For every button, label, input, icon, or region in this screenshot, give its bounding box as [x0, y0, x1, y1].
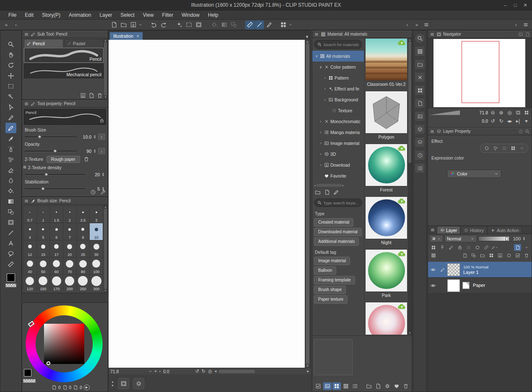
restore-defaults-icon[interactable] [90, 189, 96, 195]
reset-rotation-icon[interactable]: ◂▸ [506, 118, 513, 124]
effect-chevron-icon[interactable] [518, 145, 525, 152]
tree-horizontal-scrollbar[interactable]: ◂▸ [314, 183, 362, 188]
brush-size-cell[interactable]: 1.5 [50, 206, 63, 223]
edit-tag-icon[interactable] [333, 189, 339, 195]
clip-to-layer-below-icon[interactable] [430, 244, 437, 251]
material-thumbnail-partial[interactable] [364, 302, 408, 335]
tool-property-header[interactable]: Tool property: Pencil [22, 100, 108, 108]
brush-size-slider[interactable] [25, 134, 77, 139]
brush-size-cell[interactable]: 5 [37, 223, 50, 240]
tag-paper-texture[interactable]: Paper texture [314, 295, 348, 304]
menu-select[interactable]: Select [116, 11, 138, 19]
view-single-icon[interactable] [323, 382, 332, 390]
view-small-grid-icon[interactable] [342, 382, 350, 390]
blend-tool[interactable] [5, 175, 16, 186]
density-stepper[interactable]: ▲▼ [101, 173, 105, 177]
canvas-horizontal-scrollbar[interactable] [219, 370, 255, 373]
frame-border-tool[interactable] [5, 217, 16, 227]
subtool-tab-pencil[interactable]: Pencil [24, 39, 63, 47]
collapsed-palette-button[interactable] [415, 98, 425, 108]
subview-tab-icon[interactable] [518, 32, 523, 37]
airbrush-tool[interactable] [5, 144, 16, 154]
color-wheel[interactable] [25, 304, 104, 383]
duplicate-layer-icon[interactable] [488, 252, 495, 259]
current-color-swatch[interactable] [24, 369, 31, 377]
delete-subtool-icon[interactable] [97, 93, 103, 98]
layer-color-icon[interactable] [514, 244, 521, 251]
scroll-right-icon[interactable]: ▸ [307, 369, 309, 373]
lock-transparent-pixels-icon[interactable] [465, 244, 472, 251]
tag-created-material[interactable]: Created material [314, 218, 353, 227]
panel-menu-icon[interactable] [24, 32, 29, 37]
selection-tool[interactable] [5, 81, 16, 91]
fill-button[interactable] [210, 21, 219, 29]
brush-size-cell[interactable]: 6 [50, 223, 63, 240]
gradient-button[interactable] [220, 21, 229, 29]
actual-size-icon[interactable]: ◎ [506, 109, 513, 116]
menu-help[interactable]: Help [204, 11, 223, 19]
open-file-button[interactable] [119, 21, 128, 29]
enable-mask-icon[interactable] [474, 244, 481, 251]
border-effect-icon[interactable] [483, 145, 490, 152]
flip-vertical-icon[interactable]: ▾ [523, 118, 530, 124]
material-tree-item-texture[interactable]: Texture [312, 105, 364, 116]
flip-horizontal-icon[interactable]: ▸| [514, 118, 522, 124]
fit-to-area-icon[interactable] [523, 109, 530, 116]
tag-balloon[interactable]: Balloon [314, 266, 336, 275]
opacity-stepper[interactable]: ▲▼ [93, 149, 97, 153]
layer-opacity-stepper[interactable]: ▲▼ [522, 237, 526, 241]
scroll-left-icon[interactable]: ◂ [314, 184, 316, 187]
decoration-tool[interactable] [5, 154, 16, 165]
layer-name[interactable]: Paper [473, 283, 485, 288]
undo-button[interactable] [149, 21, 158, 29]
layer-color-effect-icon[interactable] [509, 145, 516, 152]
pen-settings-icon[interactable] [491, 244, 498, 251]
tag-additional-materials[interactable]: Additional materials [314, 237, 359, 246]
collapsed-palette-button[interactable] [415, 137, 425, 147]
panel-menu-icon[interactable] [24, 199, 29, 204]
brush-size-scrollbar[interactable]: ▲▼ [104, 205, 107, 292]
sv-marker[interactable] [47, 361, 50, 365]
dock-collapse-right-icon[interactable]: » [412, 21, 421, 29]
layer-thumbnail[interactable] [447, 263, 460, 276]
menu-file[interactable]: File [4, 11, 21, 19]
ruler-tool[interactable] [5, 259, 16, 269]
new-folder-icon[interactable] [315, 189, 321, 195]
play-icon[interactable]: ▶ [84, 384, 90, 390]
material-panel-header[interactable]: Material: All materials [312, 31, 412, 38]
right-dock-prev-icon[interactable]: ‹ [511, 21, 521, 29]
menu-story[interactable]: Story(P) [38, 11, 65, 19]
brush-size-cell[interactable]: 300 [90, 275, 103, 291]
brush-size-cell[interactable]: 2 [63, 206, 76, 223]
search-layer-tab-icon[interactable] [525, 129, 530, 134]
saturation-value-square[interactable] [44, 324, 84, 364]
collapsed-palette-button[interactable] [415, 124, 425, 134]
brush-size-cell[interactable]: 4 [23, 223, 36, 240]
transparent-color-swatch[interactable] [5, 284, 16, 287]
material-thumbnail-classroom[interactable]: Classroom 01-Ver.2 [364, 38, 408, 88]
brush-size-cell[interactable]: 17 [50, 240, 63, 257]
layer-name[interactable]: Layer 1 [463, 270, 488, 275]
brush-size-cell[interactable]: 70 [63, 258, 76, 274]
pencil-tool[interactable] [5, 123, 16, 133]
material-tree-item-manga[interactable]: ›Manga materia [312, 127, 364, 138]
zoom-in-icon[interactable]: + [154, 369, 157, 374]
apply-mask-icon[interactable] [514, 252, 521, 259]
brush-size-cell[interactable]: 80 [77, 258, 90, 274]
material-tree-item-download[interactable]: ›Download [312, 160, 364, 170]
material-scrollbar[interactable]: ▲▼ [408, 38, 412, 335]
eraser-tool[interactable] [5, 165, 16, 175]
new-canvas-button[interactable] [109, 21, 119, 29]
register-material-icon[interactable] [374, 382, 382, 390]
grid-button[interactable] [279, 21, 288, 29]
layer-thumbnail[interactable] [447, 279, 460, 292]
duplicate-folder-icon[interactable] [324, 189, 330, 195]
delete-layer-icon[interactable] [523, 252, 530, 259]
opacity-slider[interactable] [25, 149, 77, 154]
panel-menu-icon[interactable] [430, 129, 435, 134]
subtool-item-pencil[interactable]: Pencil [24, 48, 104, 63]
density-slider[interactable] [25, 172, 85, 177]
menu-filter[interactable]: Filter [158, 11, 178, 19]
snap-to-special-ruler-toggle[interactable] [255, 21, 264, 29]
detail-settings-icon[interactable] [99, 189, 105, 195]
